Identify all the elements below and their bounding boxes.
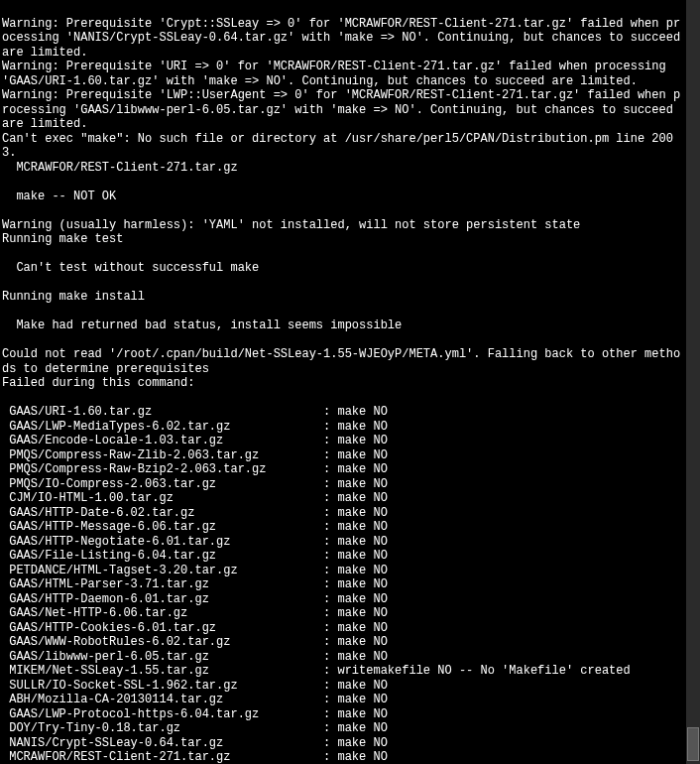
failed-package-row: MCRAWFOR/REST-Client-271.tar.gz : make N… — [2, 750, 686, 764]
failed-package-row: GAAS/HTTP-Date-6.02.tar.gz : make NO — [2, 506, 686, 521]
failed-package-row: GAAS/WWW-RobotRules-6.02.tar.gz : make N… — [2, 635, 686, 650]
terminal-output[interactable]: Warning: Prerequisite 'Crypt::SSLeay => … — [0, 0, 688, 764]
failed-package-row: GAAS/LWP-Protocol-https-6.04.tar.gz : ma… — [2, 707, 686, 722]
failed-package-row: DOY/Try-Tiny-0.18.tar.gz : make NO — [2, 721, 686, 736]
running-install-line: Running make install — [2, 290, 686, 305]
warning-line: Warning: Prerequisite 'LWP::UserAgent =>… — [2, 88, 680, 131]
failed-package-row: MIKEM/Net-SSLeay-1.55.tar.gz : writemake… — [2, 664, 686, 679]
build-target-line: MCRAWFOR/REST-Client-271.tar.gz — [2, 161, 686, 176]
failed-package-row: SULLR/IO-Socket-SSL-1.962.tar.gz : make … — [2, 679, 686, 694]
warning-line: Warning: Prerequisite 'URI => 0' for 'MC… — [2, 60, 673, 88]
running-test-line: Running make test — [2, 232, 686, 247]
failed-package-row: PETDANCE/HTML-Tagset-3.20.tar.gz : make … — [2, 564, 686, 578]
failed-package-row: GAAS/HTTP-Daemon-6.01.tar.gz : make NO — [2, 592, 686, 607]
cant-test-line: Can't test without successful make — [2, 261, 686, 276]
scrollbar[interactable] — [686, 0, 700, 764]
exec-error-line: Can't exec "make": No such file or direc… — [2, 132, 673, 161]
bad-status-line: Make had returned bad status, install se… — [2, 318, 686, 333]
warning-line: Warning: Prerequisite 'Crypt::SSLeay => … — [2, 17, 687, 60]
failed-package-row: GAAS/HTTP-Cookies-6.01.tar.gz : make NO — [2, 621, 686, 636]
failed-package-row: PMQS/IO-Compress-2.063.tar.gz : make NO — [2, 477, 686, 492]
failed-package-row: GAAS/libwww-perl-6.05.tar.gz : make NO — [2, 650, 686, 665]
failed-package-row: NANIS/Crypt-SSLeay-0.64.tar.gz : make NO — [2, 736, 686, 751]
yaml-warning-line: Warning (usually harmless): 'YAML' not i… — [2, 218, 580, 232]
failed-package-list: GAAS/URI-1.60.tar.gz : make NO GAAS/LWP-… — [2, 405, 686, 764]
failed-package-row: GAAS/LWP-MediaTypes-6.02.tar.gz : make N… — [2, 420, 686, 435]
failed-header-line: Failed during this command: — [2, 376, 686, 391]
meta-error-line: Could not read '/root/.cpan/build/Net-SS… — [2, 347, 680, 376]
failed-package-row: PMQS/Compress-Raw-Zlib-2.063.tar.gz : ma… — [2, 448, 686, 463]
failed-package-row: GAAS/URI-1.60.tar.gz : make NO — [2, 405, 686, 420]
scrollbar-thumb[interactable] — [687, 727, 699, 761]
failed-package-row: GAAS/File-Listing-6.04.tar.gz : make NO — [2, 549, 686, 564]
failed-package-row: GAAS/HTTP-Message-6.06.tar.gz : make NO — [2, 520, 686, 535]
failed-package-row: PMQS/Compress-Raw-Bzip2-2.063.tar.gz : m… — [2, 462, 686, 477]
failed-package-row: GAAS/HTML-Parser-3.71.tar.gz : make NO — [2, 577, 686, 592]
failed-package-row: CJM/IO-HTML-1.00.tar.gz : make NO — [2, 491, 686, 506]
failed-package-row: GAAS/HTTP-Negotiate-6.01.tar.gz : make N… — [2, 535, 686, 550]
failed-package-row: GAAS/Encode-Locale-1.03.tar.gz : make NO — [2, 434, 686, 448]
make-not-ok-line: make -- NOT OK — [2, 190, 686, 204]
failed-package-row: GAAS/Net-HTTP-6.06.tar.gz : make NO — [2, 606, 686, 621]
failed-package-row: ABH/Mozilla-CA-20130114.tar.gz : make NO — [2, 693, 686, 707]
